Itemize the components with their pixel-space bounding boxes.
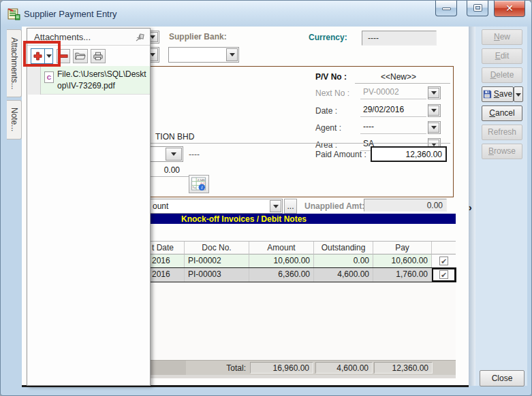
unapplied-amt-value: 0.00 xyxy=(364,199,447,212)
tab-attachments[interactable]: Attachments... xyxy=(7,29,22,97)
checkmark-icon: ✔ xyxy=(441,271,447,279)
next-no-dropdown[interactable] xyxy=(428,86,441,99)
pay-checkbox[interactable]: ✔ xyxy=(439,257,448,265)
scan-attachment-button[interactable] xyxy=(91,49,106,63)
column-header-doc-no[interactable]: Doc No. xyxy=(185,242,249,254)
total-amount: 16,960.00 xyxy=(250,362,313,374)
minimize-icon xyxy=(442,7,451,10)
pv-no-label: P/V No : xyxy=(315,72,347,82)
svg-text:T=: T= xyxy=(192,186,196,189)
cell-pay: 1,760.00 xyxy=(373,268,432,282)
close-icon: ✕ xyxy=(505,3,514,14)
posting-detail-icon: 2,5460,2T=i xyxy=(191,177,207,191)
save-button[interactable]: Save xyxy=(482,86,514,102)
currency-value: ---- xyxy=(362,31,437,46)
column-header-check xyxy=(432,242,456,254)
maximize-button[interactable] xyxy=(467,1,488,16)
date-label: Date : xyxy=(315,106,337,116)
next-no-value: PV-00002 xyxy=(360,87,426,99)
attachment-list-item[interactable]: C File.C:\Users\SQL\Desktop\IV-73269.pdf xyxy=(28,66,150,95)
checkmark-icon: ✔ xyxy=(441,257,447,265)
close-window-button[interactable]: ✕ xyxy=(494,1,525,17)
folder-open-icon xyxy=(75,52,86,61)
edit-button[interactable]: Edit xyxy=(482,48,522,64)
paid-amount-label: Paid Amount : xyxy=(315,150,366,159)
cell-doc-no: PI-00003 xyxy=(185,268,249,282)
cell-doc-no: PI-00002 xyxy=(185,254,249,268)
next-no-label: Next No : xyxy=(315,88,349,98)
dropdown-arrow-icon xyxy=(428,88,439,98)
window-title: Supplier Payment Entry xyxy=(24,9,117,19)
cell-outstanding: 0.00 xyxy=(314,254,373,268)
cancel-button[interactable]: Cancel xyxy=(482,105,522,121)
pv-no-underline xyxy=(355,83,450,84)
cell-amount: 10,600.00 xyxy=(249,254,314,268)
maximize-icon xyxy=(474,5,482,11)
pdf-file-icon: C xyxy=(44,71,54,83)
app-icon xyxy=(7,7,20,20)
payment-account-fragment: ount xyxy=(153,201,168,211)
pin-icon[interactable] xyxy=(135,32,146,43)
dropdown-arrow-icon xyxy=(270,200,281,212)
row-indicator xyxy=(28,66,41,95)
total-outstanding: 4,600.00 xyxy=(315,362,373,374)
cell-date: 2016 xyxy=(152,254,170,267)
column-header-amount[interactable]: Amount xyxy=(249,242,314,254)
supplier-name-fragment: TION BHD xyxy=(155,132,194,142)
refresh-button[interactable]: Refresh xyxy=(482,125,522,140)
agent-value[interactable]: ---- xyxy=(360,122,426,134)
attachment-file-path: File.C:\Users\SQL\Desktop\IV-73269.pdf xyxy=(57,69,148,92)
dropdown-arrow-icon xyxy=(428,122,439,133)
tab-note[interactable]: Note... xyxy=(7,100,22,139)
dropdown-arrow-icon xyxy=(428,105,439,116)
annotation-highlight-box xyxy=(23,41,61,67)
cell-amount: 6,360.00 xyxy=(249,268,314,282)
column-header-date[interactable]: t Date xyxy=(152,242,174,254)
total-label: Total: xyxy=(205,363,246,373)
minimize-button[interactable] xyxy=(435,1,457,16)
browse-account-button[interactable]: ... xyxy=(284,199,297,214)
posting-detail-button[interactable]: 2,5460,2T=i xyxy=(189,175,209,193)
scan-icon xyxy=(93,52,104,61)
column-header-outstanding[interactable]: Outstanding xyxy=(314,242,373,254)
supplier-bank-combo[interactable] xyxy=(168,47,239,63)
cell-outstanding: 4,600.00 xyxy=(314,268,373,282)
cell-date: 2016 xyxy=(152,268,170,281)
chevron-right-icon[interactable]: › xyxy=(469,202,472,213)
unapplied-amt-label: Unapplied Amt: xyxy=(304,201,364,211)
dropdown-arrow-icon[interactable] xyxy=(226,48,238,61)
supplier-name-underline xyxy=(103,143,450,144)
date-dropdown[interactable] xyxy=(428,104,441,117)
open-attachment-button[interactable] xyxy=(73,49,88,63)
attachments-panel: Attachments... C File.C:\Users\SQL\Deskt… xyxy=(27,28,151,386)
date-value[interactable]: 29/02/2016 xyxy=(360,105,426,117)
browse-button[interactable]: Browse xyxy=(482,144,522,159)
supplier-bank-label: Supplier Bank: xyxy=(169,32,227,42)
save-dropdown-button[interactable] xyxy=(514,86,523,102)
svg-text:i: i xyxy=(201,184,202,191)
area-label: Area : xyxy=(315,140,337,150)
currency-label: Currency: xyxy=(309,33,347,42)
svg-text:2,546: 2,546 xyxy=(198,178,205,182)
agent-dropdown[interactable] xyxy=(428,121,441,134)
knockoff-header-text: Knock-off Invoices / Debit Notes xyxy=(181,214,307,224)
agent-label: Agent : xyxy=(315,123,341,133)
paid-amount-field[interactable]: 12,360.00 xyxy=(371,146,447,162)
pv-no-value: <<New>> xyxy=(360,72,437,82)
dashes-value: ---- xyxy=(189,150,200,159)
new-button[interactable]: New xyxy=(482,29,522,45)
floppy-icon xyxy=(483,90,492,99)
total-pay: 12,360.00 xyxy=(374,362,433,374)
delete-button[interactable]: Delete xyxy=(482,67,522,83)
dropdown-arrow-icon xyxy=(166,148,182,161)
pay-checkbox[interactable]: ✔ xyxy=(439,270,448,279)
close-button[interactable]: Close xyxy=(480,370,525,386)
supplier-payment-entry-window: Supplier Payment Entry ✕ Attachments... … xyxy=(0,0,532,396)
column-header-pay[interactable]: Pay xyxy=(373,242,432,254)
cell-pay: 10,600.00 xyxy=(373,254,432,268)
